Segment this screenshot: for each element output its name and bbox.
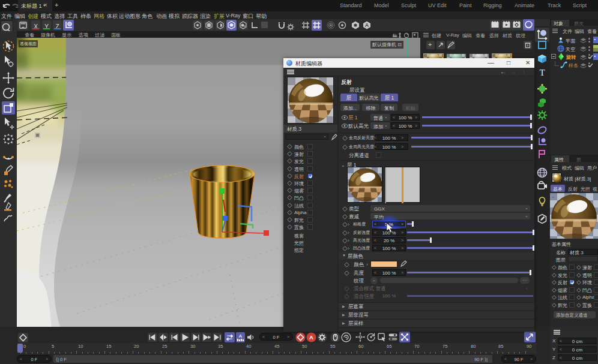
svg-text:A: A: [365, 22, 369, 28]
svg-text:T: T: [539, 68, 545, 77]
svg-text:A: A: [239, 333, 243, 339]
svg-text:A: A: [309, 334, 313, 341]
